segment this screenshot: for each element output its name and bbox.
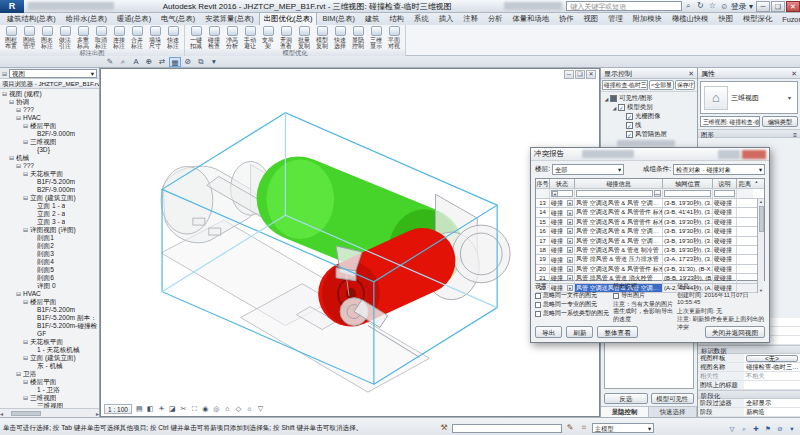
clash-info[interactable]: 风管 排风管 & 管道 压力排水管 — [575, 255, 663, 263]
ribbon-tab[interactable]: 建筑结构(总表) — [2, 12, 61, 25]
tree-item[interactable]: ⊟楼层平面 — [0, 122, 99, 130]
collapse-icon[interactable]: ⊟ — [23, 298, 30, 306]
property-value[interactable]: <无> — [744, 354, 800, 362]
ribbon-button[interactable]: 快速标注 — [164, 26, 182, 49]
select-link-icon[interactable]: ⚑ — [763, 424, 773, 433]
clash-row[interactable]: 17碰撞▾风管 空调送风管 & 风管 空调…(3-B, 19'30秒), (3…… — [536, 237, 757, 246]
tree-item[interactable]: 立面 2 - a — [0, 210, 99, 218]
ribbon-button[interactable]: 模型复制 — [313, 26, 331, 49]
collapse-icon[interactable]: ⊟ — [16, 290, 23, 298]
ribbon-button[interactable]: 开洞查看 — [277, 26, 295, 49]
tree-item[interactable]: ⊟机械 — [0, 154, 99, 162]
checkbox-icon[interactable] — [610, 95, 617, 102]
swap-arrows-icon[interactable]: ⇄ — [156, 57, 168, 67]
ribbon-button[interactable]: 图名标注 — [38, 26, 56, 49]
checkbox-icon[interactable]: ✓ — [626, 131, 633, 138]
selection-count-icon[interactable]: ▾ — [787, 424, 797, 433]
status-dropdown[interactable]: 碰撞▾ — [550, 199, 575, 207]
ribbon-button[interactable]: 快速选择 — [331, 26, 349, 49]
globe-icon[interactable]: ⊕ — [143, 57, 155, 67]
export-button[interactable]: 导出 — [535, 326, 562, 338]
property-value[interactable] — [744, 381, 800, 389]
dialog-close-blurred[interactable] — [742, 150, 766, 159]
column-header[interactable]: 轴网位置 — [663, 179, 713, 188]
select-underlay-icon[interactable]: ⌕ — [739, 424, 749, 433]
property-value[interactable]: 不相关 — [744, 372, 800, 380]
property-value[interactable]: 全部显示 — [744, 399, 800, 407]
checkbox-icon[interactable]: ✓ — [618, 104, 625, 111]
tree-item[interactable]: 东 - 机械 — [0, 362, 99, 370]
filter-cell[interactable] — [737, 189, 753, 198]
visual-style-icon[interactable]: ◧ — [145, 404, 156, 414]
ribbon-tab[interactable]: 结构 — [384, 12, 409, 25]
collapse-icon[interactable]: ⊟ — [16, 370, 23, 378]
ribbon-tab[interactable]: 系统 — [409, 12, 434, 25]
ribbon-tab[interactable]: 电气(总表) — [156, 12, 200, 25]
scroll-up-icon[interactable]: ▴ — [753, 179, 760, 188]
section-graphics[interactable]: 图形≡ — [698, 129, 800, 138]
tree-item[interactable]: ⊟楼层平面 — [0, 378, 99, 386]
tree-item[interactable]: 1 - 天花板机械 — [0, 346, 99, 354]
revit-app-button[interactable]: R — [0, 0, 24, 13]
ribbon-tab[interactable]: 出图优化(总表) — [259, 12, 318, 25]
column-header[interactable]: 状态 — [550, 179, 575, 188]
worksharing-icon[interactable]: ☼ — [244, 404, 255, 414]
tree-item[interactable]: ⊟天花板平面 — [0, 338, 99, 346]
filter-dropdown[interactable]: ▾ — [551, 190, 573, 197]
dropdown-caret-icon[interactable]: ▾ — [208, 57, 220, 67]
analytic-icon[interactable]: ▽ — [255, 404, 266, 414]
scroll-left-icon[interactable]: ◂ — [0, 410, 3, 417]
constraints-icon[interactable]: ◇ — [233, 404, 244, 414]
panel-tab[interactable]: 显隐控制 — [601, 407, 649, 417]
visibility-tree-item[interactable]: ✓光栅图像 — [601, 112, 697, 121]
restore-button[interactable]: ❏ — [771, 1, 785, 12]
clash-row[interactable]: 15碰撞▾风管 空调送风管 & 风管管件 标准(3-B, 19'30秒), (3… — [536, 218, 757, 227]
ribbon-tab[interactable]: 附加模块 — [628, 12, 667, 25]
status-dropdown[interactable]: 碰撞▾ — [550, 246, 575, 254]
ribbon-button[interactable]: 一键扣减 — [187, 26, 205, 49]
clash-info[interactable]: 风管 空调送风管 & 风管管件 标准 — [575, 208, 663, 216]
ribbon-tab[interactable]: 插入 — [434, 12, 459, 25]
settings-checkbox-row[interactable]: 忽略同一专业的图元 — [535, 301, 613, 309]
ribbon-button[interactable]: 图框布置 — [2, 26, 20, 49]
tree-item[interactable]: 剖面4 — [0, 258, 99, 266]
checkbox-icon[interactable] — [535, 302, 541, 308]
tree-item[interactable]: GF — [0, 330, 99, 338]
tree-item[interactable]: B1F/-5.200m-碰撞检 — [0, 322, 99, 330]
select-pinned-icon[interactable]: ✚ — [751, 424, 761, 433]
status-dropdown[interactable]: 碰撞▾ — [550, 265, 575, 273]
edit-type-button[interactable]: 编辑类型 — [762, 116, 798, 127]
panel-tab[interactable]: 快速选择 — [649, 407, 697, 417]
filter-cell[interactable]: ▾ — [550, 189, 575, 198]
ribbon-button[interactable]: 合并标注 — [128, 26, 146, 49]
tree-item[interactable]: ⊟卫浴 — [0, 370, 99, 378]
column-header[interactable]: 距离 — [737, 179, 753, 188]
filter-cell[interactable]: — — [575, 189, 663, 198]
tree-item[interactable]: ⊟协调 — [0, 98, 99, 106]
tree-item[interactable]: 1 - 卫浴 — [0, 386, 99, 394]
collapse-icon[interactable]: ⊟ — [9, 98, 16, 106]
tree-item[interactable]: 剖面1 — [0, 234, 99, 242]
ribbon-button[interactable]: 三维显示 — [367, 26, 385, 49]
clash-info[interactable]: 风管 空调送风管 & 风管管件 标准 — [575, 218, 663, 226]
binoculars-search-icon[interactable]: ⌕ — [682, 0, 694, 12]
save-open-button[interactable]: 保存/打 — [675, 80, 695, 90]
grid-table-icon[interactable]: ▦ — [169, 57, 181, 67]
view-minimize-icon[interactable]: ─ — [564, 70, 574, 79]
tree-item[interactable]: B1F/-5.200m — [0, 306, 99, 314]
tree-item[interactable]: ⊟HVAC — [0, 114, 99, 122]
ribbon-button[interactable]: 支吊架 — [259, 26, 277, 49]
ribbon-tab[interactable]: 协作 — [554, 12, 579, 25]
ribbon-tab[interactable]: BIM(总表) — [317, 12, 359, 25]
ribbon-tab[interactable]: 建筑 — [360, 12, 385, 25]
refresh-button[interactable]: 刷新 — [566, 326, 593, 338]
filter-input[interactable] — [664, 190, 711, 197]
ribbon-button[interactable]: 多重标高 — [74, 26, 92, 49]
collapse-icon[interactable]: ⊟ — [23, 170, 30, 178]
zoom-icon[interactable]: ⌕ — [117, 57, 129, 67]
ribbon-button[interactable]: 平面对视 — [385, 26, 403, 49]
tree-item[interactable]: 立面 3 - a — [0, 218, 99, 226]
view-name-box[interactable]: 碰撞检查-临时三维视图 — [602, 80, 648, 90]
column-header[interactable]: 序号 — [536, 179, 550, 188]
design-option-select[interactable]: 主模型▾ — [592, 423, 654, 433]
